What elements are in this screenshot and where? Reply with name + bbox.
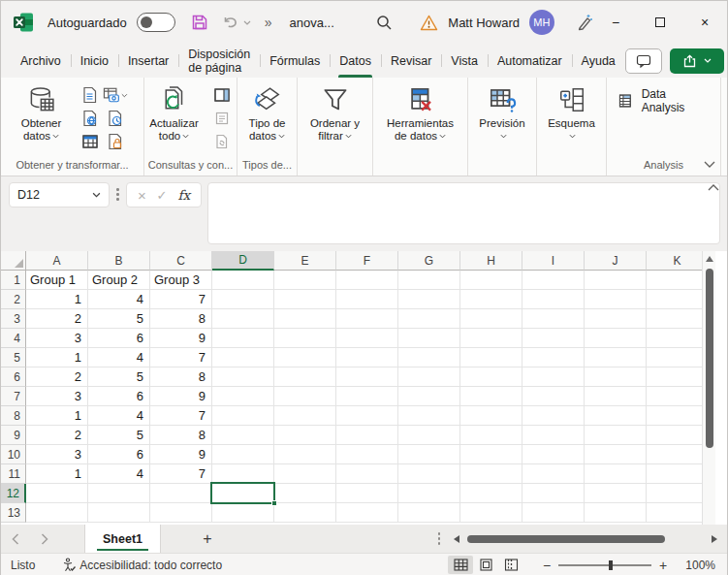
- cell-A8[interactable]: 1: [26, 406, 88, 426]
- cell-E5[interactable]: [274, 348, 336, 367]
- cell-C2[interactable]: 7: [150, 290, 212, 309]
- cell-D2[interactable]: [212, 290, 274, 309]
- cell-B3[interactable]: 5: [88, 309, 150, 329]
- cell-C6[interactable]: 8: [150, 367, 212, 387]
- cell-B10[interactable]: 6: [88, 445, 150, 464]
- row-header-2[interactable]: 2: [1, 290, 26, 309]
- zoom-level[interactable]: 100%: [671, 559, 715, 572]
- warning-icon[interactable]: [420, 15, 438, 31]
- queries-connections-icon[interactable]: [209, 83, 235, 107]
- cell-G6[interactable]: [398, 367, 460, 387]
- cell-G9[interactable]: [398, 426, 460, 445]
- cell-F10[interactable]: [336, 445, 398, 464]
- cell-B12[interactable]: [88, 484, 150, 503]
- cell-A2[interactable]: 1: [26, 290, 88, 309]
- zoom-slider-thumb[interactable]: [609, 560, 613, 570]
- cell-B13[interactable]: [88, 503, 150, 523]
- cell-F6[interactable]: [336, 367, 398, 387]
- cell-D1[interactable]: [212, 271, 274, 290]
- cell-I9[interactable]: [522, 426, 585, 445]
- cell-H10[interactable]: [460, 445, 522, 464]
- cell-K8[interactable]: [647, 406, 709, 426]
- cell-D5[interactable]: [212, 348, 274, 367]
- cell-I8[interactable]: [522, 406, 585, 426]
- zoom-slider[interactable]: [558, 564, 651, 566]
- cell-G1[interactable]: [398, 271, 460, 290]
- cell-H5[interactable]: [460, 348, 522, 367]
- cell-E4[interactable]: [274, 329, 336, 348]
- row-header-4[interactable]: 4: [1, 329, 26, 348]
- column-header-I[interactable]: I: [522, 251, 585, 271]
- tab-revisar[interactable]: Revisar: [381, 44, 441, 78]
- column-header-J[interactable]: J: [585, 251, 647, 271]
- row-header-3[interactable]: 3: [1, 309, 26, 329]
- cell-J3[interactable]: [585, 309, 647, 329]
- horizontal-scroll-thumb[interactable]: [467, 535, 665, 543]
- cell-E11[interactable]: [274, 464, 336, 484]
- row-header-1[interactable]: 1: [1, 271, 26, 290]
- tab-formulas[interactable]: Fórmulas: [260, 44, 330, 78]
- formula-bar-input[interactable]: [207, 182, 720, 244]
- outline-button[interactable]: Esquema: [540, 81, 604, 143]
- cell-G8[interactable]: [398, 406, 460, 426]
- cell-D4[interactable]: [212, 329, 274, 348]
- accessibility-status[interactable]: Accesibilidad: todo correcto: [62, 558, 222, 572]
- vertical-scrollbar[interactable]: [702, 251, 715, 525]
- qat-overflow-icon[interactable]: »: [265, 15, 272, 30]
- column-header-F[interactable]: F: [336, 251, 398, 271]
- cell-E12[interactable]: [274, 484, 336, 503]
- cell-J11[interactable]: [585, 464, 647, 484]
- close-button[interactable]: ×: [682, 1, 727, 44]
- cell-J8[interactable]: [585, 406, 647, 426]
- undo-button[interactable]: [222, 15, 251, 30]
- cell-E6[interactable]: [274, 367, 336, 387]
- search-icon[interactable]: [375, 14, 393, 31]
- cell-G4[interactable]: [398, 329, 460, 348]
- cell-I2[interactable]: [522, 290, 585, 309]
- cell-B8[interactable]: 4: [88, 406, 150, 426]
- cell-E2[interactable]: [274, 290, 336, 309]
- cell-K3[interactable]: [647, 309, 709, 329]
- cell-I12[interactable]: [522, 484, 585, 503]
- tab-vista[interactable]: Vista: [441, 44, 488, 78]
- cell-I11[interactable]: [522, 464, 585, 484]
- cell-K10[interactable]: [647, 445, 709, 464]
- tab-automatizar[interactable]: Automatizar: [488, 44, 572, 78]
- cell-D3[interactable]: [212, 309, 274, 329]
- cell-G3[interactable]: [398, 309, 460, 329]
- cell-C5[interactable]: 7: [150, 348, 212, 367]
- sheet-nav-left-icon[interactable]: [1, 533, 30, 545]
- cell-J6[interactable]: [585, 367, 647, 387]
- cell-I10[interactable]: [522, 445, 585, 464]
- row-header-8[interactable]: 8: [1, 406, 26, 426]
- cell-F8[interactable]: [336, 406, 398, 426]
- cell-F4[interactable]: [336, 329, 398, 348]
- column-header-A[interactable]: A: [26, 251, 88, 271]
- cell-H4[interactable]: [460, 329, 522, 348]
- tab-archivo[interactable]: Archivo: [11, 44, 71, 78]
- refresh-all-button[interactable]: Actualizar todo: [144, 81, 204, 143]
- cell-H6[interactable]: [460, 367, 522, 387]
- vertical-scroll-thumb[interactable]: [706, 269, 713, 448]
- save-icon[interactable]: [191, 14, 208, 31]
- from-table-range-icon[interactable]: [78, 130, 103, 153]
- minimize-button[interactable]: −: [593, 1, 638, 44]
- cell-C13[interactable]: [150, 503, 212, 523]
- cell-A5[interactable]: 1: [26, 348, 88, 367]
- page-layout-view-button[interactable]: [473, 556, 498, 574]
- cell-C1[interactable]: Group 3: [150, 271, 212, 290]
- from-web-icon[interactable]: [78, 107, 103, 130]
- cell-I3[interactable]: [522, 309, 585, 329]
- cell-H13[interactable]: [460, 503, 522, 523]
- column-header-E[interactable]: E: [274, 251, 336, 271]
- cell-G7[interactable]: [398, 387, 460, 406]
- cell-D8[interactable]: [212, 406, 274, 426]
- user-name[interactable]: Matt Howard: [448, 16, 520, 30]
- maximize-button[interactable]: [638, 1, 682, 44]
- cell-J9[interactable]: [585, 426, 647, 445]
- cell-J4[interactable]: [585, 329, 647, 348]
- share-button[interactable]: [670, 48, 724, 74]
- from-picture-icon[interactable]: [103, 83, 128, 107]
- cell-K2[interactable]: [647, 290, 709, 309]
- cell-C9[interactable]: 8: [150, 426, 212, 445]
